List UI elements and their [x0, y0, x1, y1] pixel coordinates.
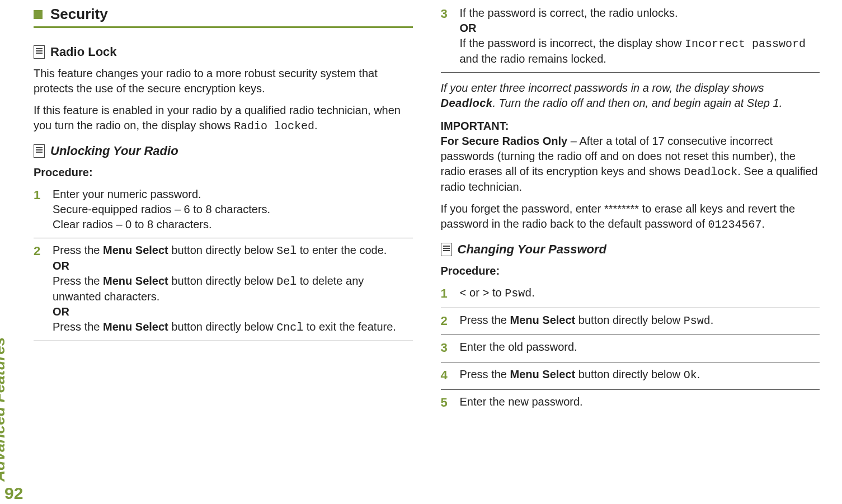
step-body: If the password is correct, the radio un…: [460, 6, 820, 67]
step-body: Press the Menu Select button directly be…: [460, 367, 820, 384]
page-icon: [441, 243, 452, 256]
procedure-step: 3 If the password is correct, the radio …: [441, 6, 820, 73]
bold-text: For Secure Radios Only: [441, 135, 568, 147]
code-text: Radio locked: [234, 120, 314, 133]
text: –: [567, 135, 579, 147]
step-number: 2: [441, 313, 452, 329]
code-text: Pswd: [505, 287, 531, 300]
side-tab-label: Advanced Features: [0, 337, 8, 482]
bold-text: Menu Select: [103, 275, 168, 287]
step-line: Press the Menu Select button directly be…: [53, 243, 413, 258]
procedure-step: 3 Enter the old password.: [441, 335, 820, 362]
page-icon: [34, 144, 45, 158]
text: .: [314, 119, 318, 131]
code-text: >: [482, 287, 489, 300]
document-page: Advanced Features 92 Security Radio Lock…: [0, 0, 842, 504]
step-line: If the password is correct, the radio un…: [460, 6, 820, 21]
bold-text: Menu Select: [103, 244, 168, 256]
code-text: Incorrect password: [685, 37, 806, 50]
code-text: Sel: [276, 244, 297, 257]
important-label: IMPORTANT:: [441, 120, 509, 132]
text: . Turn the radio off and then on, and be…: [492, 97, 782, 109]
step-number: 1: [34, 187, 45, 232]
subsection-title: Changing Your Password: [458, 242, 606, 257]
procedure-step: 1 < or > to Pswd.: [441, 281, 820, 308]
section-heading: Security: [34, 6, 413, 28]
text: .: [697, 368, 700, 380]
step-line: Enter your numeric password.: [53, 187, 413, 202]
or-separator: OR: [53, 304, 413, 319]
code-text: 01234567: [708, 218, 762, 231]
step-body: Enter the new password.: [460, 394, 820, 411]
step-line: Clear radios – 0 to 8 characters.: [53, 217, 413, 232]
bold-text: Menu Select: [510, 368, 576, 380]
bold-text: Menu Select: [510, 314, 576, 326]
text: and the radio remains locked.: [460, 53, 606, 65]
text: .: [531, 286, 535, 299]
procedure-label: Procedure:: [441, 265, 820, 277]
text: button directly below: [575, 314, 683, 326]
subsection-heading: Changing Your Password: [441, 242, 820, 257]
text: button directly below: [168, 244, 276, 256]
square-bullet-icon: [34, 10, 43, 19]
step-number: 1: [441, 285, 452, 302]
subsection-title: Unlocking Your Radio: [50, 144, 178, 158]
step-body: < or > to Pswd.: [460, 285, 820, 302]
paragraph: IMPORTANT: For Secure Radios Only – Afte…: [441, 119, 820, 195]
italic-note: If you enter three incorrect passwords i…: [441, 81, 820, 111]
step-number: 3: [441, 340, 452, 356]
step-line: If the password is incorrect, the displa…: [460, 36, 820, 67]
code-text: Cncl: [276, 321, 303, 334]
paragraph: This feature changes your radio to a mor…: [34, 66, 413, 96]
step-number: 4: [441, 367, 452, 384]
step-line: Press the Menu Select button directly be…: [53, 274, 413, 304]
procedure-step: 5 Enter the new password.: [441, 390, 820, 417]
right-column: 3 If the password is correct, the radio …: [441, 6, 820, 498]
text: If this feature is enabled in your radio…: [34, 104, 401, 131]
code-text: Pswd: [684, 314, 711, 327]
subsection-title: Radio Lock: [50, 45, 117, 59]
text: to exit the feature.: [303, 321, 396, 333]
text: .: [711, 314, 714, 326]
left-column: Security Radio Lock This feature changes…: [34, 6, 413, 498]
or-separator: OR: [460, 21, 820, 36]
code-text: Del: [276, 275, 297, 288]
text: Press the: [53, 321, 103, 333]
code-text: Ok: [684, 369, 697, 381]
procedure-step: 4 Press the Menu Select button directly …: [441, 362, 820, 390]
code-text: Deadlock: [684, 166, 737, 178]
text: If the password is incorrect, the displa…: [460, 37, 685, 49]
paragraph: If you forget the password, enter ******…: [441, 201, 820, 232]
step-body: Enter the old password.: [460, 340, 820, 356]
page-number: 92: [4, 484, 23, 503]
text: to enter the code.: [297, 244, 387, 256]
or-separator: OR: [53, 258, 413, 274]
text: ********: [604, 202, 639, 215]
text: or: [467, 286, 483, 299]
step-line: Secure-equipped radios – 6 to 8 characte…: [53, 202, 413, 217]
text: .: [762, 218, 765, 230]
step-line: Press the Menu Select button directly be…: [53, 319, 413, 335]
subsection-heading: Radio Lock: [34, 45, 413, 59]
paragraph: If this feature is enabled in your radio…: [34, 103, 413, 134]
procedure-step: 2 Press the Menu Select button directly …: [441, 308, 820, 336]
procedure-label: Procedure:: [34, 166, 413, 179]
subsection-heading: Unlocking Your Radio: [34, 144, 413, 158]
bold-text: Menu Select: [103, 321, 168, 333]
step-number: 2: [34, 243, 45, 335]
text: button directly below: [168, 321, 276, 333]
page-icon: [34, 45, 45, 59]
text-columns: Security Radio Lock This feature changes…: [34, 6, 820, 498]
step-body: Enter your numeric password. Secure-equi…: [53, 187, 413, 232]
text: Press the: [460, 314, 510, 326]
step-body: Press the Menu Select button directly be…: [460, 313, 820, 329]
section-heading-text: Security: [50, 6, 108, 23]
text: button directly below: [168, 275, 276, 287]
deadlock-text: Deadlock: [441, 97, 493, 109]
text: Press the: [460, 368, 510, 380]
text: Press the: [53, 244, 103, 256]
step-number: 3: [441, 6, 452, 67]
step-body: Press the Menu Select button directly be…: [53, 243, 413, 335]
text: button directly below: [575, 368, 683, 380]
procedure-step: 1 Enter your numeric password. Secure-eq…: [34, 182, 413, 238]
